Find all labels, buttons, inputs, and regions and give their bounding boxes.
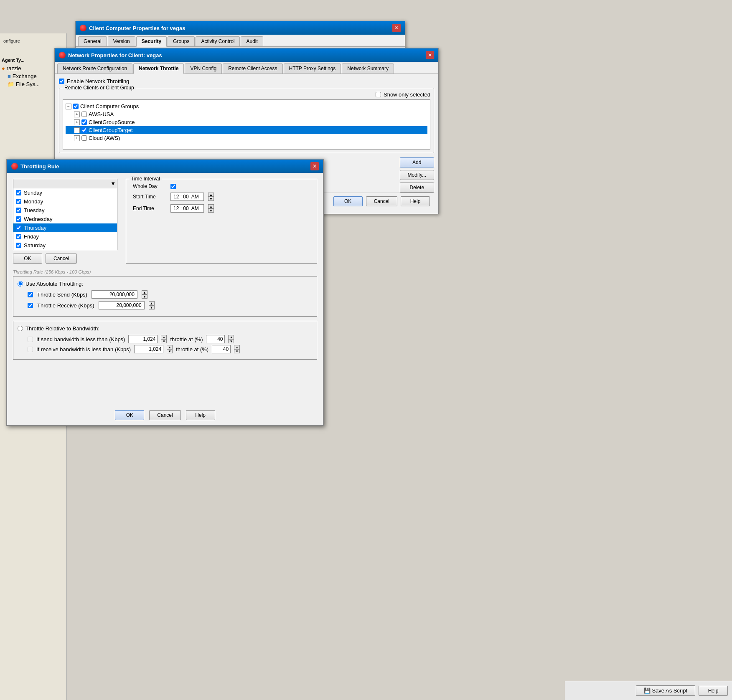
days-ok-button[interactable]: OK bbox=[13, 254, 42, 264]
day-saturday-checkbox[interactable] bbox=[16, 243, 21, 248]
relative-throttling-radio[interactable] bbox=[18, 326, 23, 331]
day-saturday[interactable]: Saturday bbox=[13, 241, 117, 250]
throttle-receive-checkbox[interactable] bbox=[28, 303, 33, 308]
day-thursday-checkbox[interactable] bbox=[16, 225, 21, 231]
day-thursday[interactable]: Thursday bbox=[13, 223, 117, 232]
network-ok-button[interactable]: OK bbox=[333, 196, 363, 206]
tree-item-client-group-source[interactable]: + ClientGroupSource bbox=[66, 118, 427, 126]
at-recv-spin-up[interactable]: ▲ bbox=[234, 345, 240, 349]
tab-remote-client[interactable]: Remote Client Access bbox=[223, 63, 282, 74]
expand-aws-usa[interactable]: + bbox=[74, 112, 80, 117]
tree-checkbox-client-group-source[interactable] bbox=[81, 119, 87, 125]
throttle-send-spinner[interactable]: ▲ ▼ bbox=[142, 290, 147, 299]
rel-send-spin-up[interactable]: ▲ bbox=[161, 335, 167, 339]
tree-item-cloud-aws[interactable]: + Cloud (AWS) bbox=[66, 134, 427, 142]
whole-day-checkbox[interactable] bbox=[170, 184, 176, 189]
tab-network-route[interactable]: Network Route Configuration bbox=[57, 63, 132, 74]
relative-send-spinner[interactable]: ▲ ▼ bbox=[161, 335, 167, 343]
delete-button[interactable]: Delete bbox=[400, 183, 434, 193]
day-friday-checkbox[interactable] bbox=[16, 234, 21, 239]
throttle-send-input[interactable] bbox=[92, 290, 137, 299]
network-cancel-button[interactable]: Cancel bbox=[366, 196, 397, 206]
tab-audit[interactable]: Audit bbox=[241, 36, 263, 46]
day-tuesday[interactable]: Tuesday bbox=[13, 206, 117, 215]
days-cancel-button[interactable]: Cancel bbox=[46, 254, 77, 264]
at-send-spin-up[interactable]: ▲ bbox=[228, 335, 234, 339]
show-only-selected-checkbox[interactable] bbox=[376, 92, 381, 97]
tree-item-aws-usa[interactable]: + AWS-USA bbox=[66, 110, 427, 118]
day-monday[interactable]: Monday bbox=[13, 197, 117, 206]
save-as-script-button[interactable]: 💾 Save As Script bbox=[636, 685, 695, 696]
bottom-help-button[interactable]: Help bbox=[699, 686, 728, 696]
client-props-close-button[interactable]: ✕ bbox=[392, 24, 401, 32]
throttle-help-button[interactable]: Help bbox=[186, 410, 215, 420]
tab-general[interactable]: General bbox=[78, 36, 107, 46]
throttle-close-button[interactable]: ✕ bbox=[310, 162, 319, 170]
throttle-receive-spinner[interactable]: ▲ ▼ bbox=[149, 301, 155, 309]
at-send-spin-down[interactable]: ▼ bbox=[228, 339, 234, 343]
at-recv-spin-down[interactable]: ▼ bbox=[234, 349, 240, 353]
end-time-spin-up[interactable]: ▲ bbox=[208, 204, 214, 208]
expand-cloud-aws[interactable]: + bbox=[74, 135, 80, 141]
throttle-ok-button[interactable]: OK bbox=[115, 410, 144, 420]
day-friday[interactable]: Friday bbox=[13, 232, 117, 241]
throttle-cancel-button[interactable]: Cancel bbox=[149, 410, 180, 420]
relative-receive-spinner[interactable]: ▲ ▼ bbox=[167, 345, 173, 353]
receive-spin-up[interactable]: ▲ bbox=[149, 301, 155, 305]
tree-item-client-group-target[interactable]: + ClientGroupTarget bbox=[66, 126, 427, 134]
send-spin-down[interactable]: ▼ bbox=[142, 294, 147, 299]
modify-button[interactable]: Modify... bbox=[400, 170, 434, 180]
tab-vpn-config[interactable]: VPN Config bbox=[185, 63, 222, 74]
start-time-input[interactable] bbox=[170, 193, 204, 201]
relative-send-input[interactable] bbox=[128, 335, 158, 343]
day-wednesday[interactable]: Wednesday bbox=[13, 215, 117, 223]
tab-network-summary[interactable]: Network Summary bbox=[342, 63, 394, 74]
tree-checkbox-client-group-target[interactable] bbox=[81, 127, 87, 133]
expand-client-group-target[interactable]: + bbox=[74, 127, 80, 133]
day-monday-checkbox[interactable] bbox=[16, 199, 21, 204]
throttle-at-send-input[interactable] bbox=[206, 335, 225, 343]
enable-throttling-checkbox[interactable] bbox=[59, 79, 64, 84]
rel-recv-spin-down[interactable]: ▼ bbox=[167, 349, 173, 353]
remote-clients-group-title: Remote Clients or Client Group bbox=[63, 85, 136, 91]
add-button[interactable]: Add bbox=[400, 157, 434, 167]
day-tuesday-checkbox[interactable] bbox=[16, 208, 21, 213]
throttle-at-receive-input[interactable] bbox=[212, 345, 231, 353]
tree-checkbox-cloud-aws[interactable] bbox=[81, 135, 87, 141]
throttle-receive-input[interactable] bbox=[99, 301, 145, 309]
tab-groups[interactable]: Groups bbox=[168, 36, 195, 46]
rel-recv-spin-up[interactable]: ▲ bbox=[167, 345, 173, 349]
tree-item-client-groups[interactable]: − Client Computer Groups bbox=[66, 102, 427, 110]
network-props-close-button[interactable]: ✕ bbox=[426, 51, 434, 59]
tab-network-throttle[interactable]: Network Throttle bbox=[133, 63, 184, 74]
send-spin-up[interactable]: ▲ bbox=[142, 290, 147, 294]
rel-send-spin-down[interactable]: ▼ bbox=[161, 339, 167, 343]
tab-activity-control[interactable]: Activity Control bbox=[196, 36, 240, 46]
end-time-spinner[interactable]: ▲ ▼ bbox=[208, 204, 214, 213]
receive-spin-down[interactable]: ▼ bbox=[149, 305, 155, 309]
relative-receive-input[interactable] bbox=[134, 345, 163, 353]
day-wednesday-checkbox[interactable] bbox=[16, 216, 21, 222]
tab-http-proxy[interactable]: HTTP Proxy Settings bbox=[284, 63, 341, 74]
expand-client-groups[interactable]: − bbox=[66, 104, 71, 109]
throttle-at-receive-spinner[interactable]: ▲ ▼ bbox=[234, 345, 240, 353]
start-time-spin-up[interactable]: ▲ bbox=[208, 193, 214, 197]
expand-client-group-source[interactable]: + bbox=[74, 119, 80, 125]
relative-send-checkbox[interactable] bbox=[28, 337, 33, 342]
network-help-button[interactable]: Help bbox=[401, 196, 430, 206]
day-sunday[interactable]: Sunday bbox=[13, 188, 117, 197]
start-time-spinner[interactable]: ▲ ▼ bbox=[208, 193, 214, 201]
days-dropdown-button[interactable]: ▼ bbox=[13, 179, 117, 188]
end-time-input[interactable] bbox=[170, 204, 204, 213]
tree-checkbox-aws-usa[interactable] bbox=[81, 112, 87, 117]
throttle-at-send-spinner[interactable]: ▲ ▼ bbox=[228, 335, 234, 343]
tab-security[interactable]: Security bbox=[136, 36, 167, 47]
end-time-spin-down[interactable]: ▼ bbox=[208, 208, 214, 213]
relative-receive-checkbox[interactable] bbox=[28, 347, 33, 352]
tab-version[interactable]: Version bbox=[108, 36, 135, 46]
absolute-throttling-radio[interactable] bbox=[18, 281, 23, 287]
day-sunday-checkbox[interactable] bbox=[16, 190, 21, 195]
start-time-spin-down[interactable]: ▼ bbox=[208, 197, 214, 201]
tree-checkbox-client-groups[interactable] bbox=[73, 104, 79, 109]
throttle-send-checkbox[interactable] bbox=[28, 292, 33, 297]
